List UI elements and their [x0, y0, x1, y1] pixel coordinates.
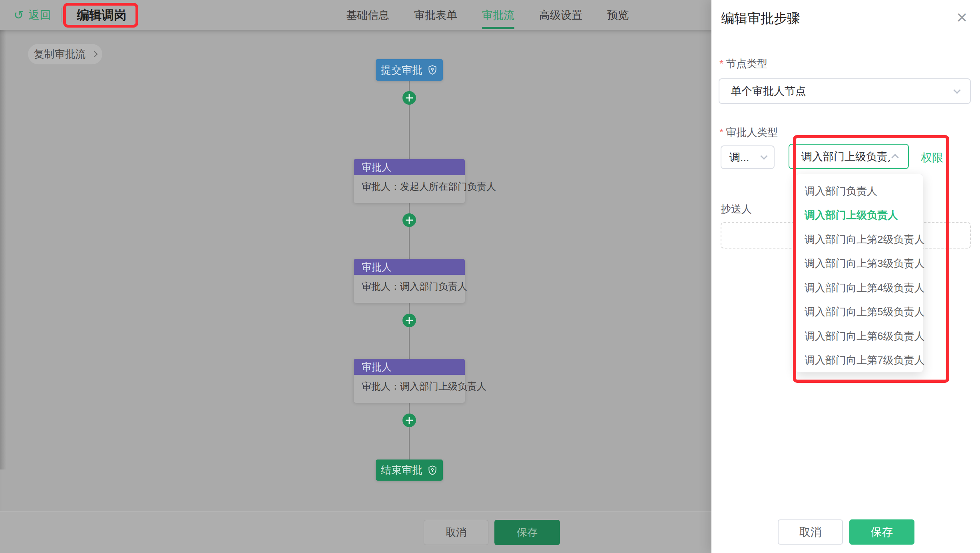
drawer-divider	[711, 41, 980, 41]
node-type-value: 单个审批人节点	[731, 84, 806, 98]
shield-lock-icon	[427, 65, 438, 75]
end-node[interactable]: 结束审批	[376, 460, 443, 481]
approver-type-value: 调入部门上级负责人	[801, 149, 890, 164]
node-type-label: *节点类型	[719, 57, 767, 71]
edit-step-drawer: 编辑审批步骤 × *节点类型 单个审批人节点 *审批人类型 调... 调入部门上…	[711, 0, 980, 553]
back-label: 返回	[28, 8, 51, 23]
approver-node-2[interactable]: 审批人 审批人：调入部门负责人	[354, 259, 465, 303]
header-divider	[61, 8, 62, 22]
approver-node-title: 审批人	[354, 259, 465, 275]
chevron-up-icon	[891, 154, 898, 161]
canvas-save-button[interactable]: 保存	[494, 520, 560, 545]
tab-basic-info[interactable]: 基础信息	[346, 0, 389, 30]
chevron-right-icon	[91, 51, 98, 58]
approver-node-3[interactable]: 审批人 审批人：调入部门上级负责人	[354, 359, 465, 403]
dropdown-option-selected[interactable]: 调入部门上级负责人	[796, 203, 923, 228]
node-type-select[interactable]: 单个审批人节点	[719, 78, 971, 104]
dropdown-option[interactable]: 调入部门向上第7级负责人	[796, 348, 923, 373]
add-node-button[interactable]	[402, 314, 416, 327]
end-node-label: 结束审批	[381, 463, 422, 477]
tab-bar: 基础信息 审批表单 审批流 高级设置 预览	[346, 0, 629, 30]
start-node[interactable]: 提交审批	[376, 59, 443, 81]
drawer-cancel-button[interactable]: 取消	[778, 519, 843, 545]
approver-node-description: 审批人：调入部门负责人	[354, 275, 465, 303]
tab-preview[interactable]: 预览	[607, 0, 629, 30]
approver-node-1[interactable]: 审批人 审批人：发起人所在部门负责人	[354, 159, 465, 203]
required-asterisk: *	[719, 58, 723, 70]
app-root: ↺ 返回 编辑调岗 基础信息 审批表单 审批流 高级设置 预览 复制审批流 提交…	[0, 0, 980, 553]
close-icon[interactable]: ×	[956, 8, 967, 26]
dropdown-option[interactable]: 调入部门向上第5级负责人	[796, 300, 923, 324]
approver-category-value: 调...	[729, 150, 749, 165]
shield-lock-icon	[427, 465, 438, 475]
dropdown-option[interactable]: 调入部门向上第2级负责人	[796, 227, 923, 252]
dropdown-option[interactable]: 调入部门向上第4级负责人	[796, 276, 923, 300]
approver-node-description: 审批人：发起人所在部门负责人	[354, 175, 465, 203]
flow-canvas: 复制审批流 提交审批 审批人 审批人：发起人所在部门负责人 审批人 审批人：调入…	[0, 30, 711, 553]
tab-approval-form[interactable]: 审批表单	[414, 0, 457, 30]
copy-flow-label: 复制审批流	[34, 47, 86, 61]
dropdown-option[interactable]: 调入部门向上第6级负责人	[796, 324, 923, 348]
approver-category-select[interactable]: 调...	[721, 145, 775, 169]
required-asterisk: *	[719, 126, 723, 138]
approver-node-description: 审批人：调入部门上级负责人	[354, 375, 465, 403]
permission-link[interactable]: 权限	[921, 150, 943, 165]
approver-node-title: 审批人	[354, 359, 465, 375]
add-node-button[interactable]	[402, 414, 416, 427]
chevron-down-icon	[953, 86, 960, 93]
page-title: 编辑调岗	[77, 0, 126, 30]
approver-node-title: 审批人	[354, 159, 465, 175]
canvas-footer: 取消 保存	[0, 511, 711, 553]
left-edge-shadow	[0, 30, 6, 469]
chevron-down-icon	[760, 152, 767, 159]
drawer-save-button[interactable]: 保存	[849, 519, 914, 545]
dropdown-option[interactable]: 调入部门负责人	[796, 179, 923, 203]
approver-type-label: *审批人类型	[719, 125, 778, 139]
tab-advanced-settings[interactable]: 高级设置	[539, 0, 582, 30]
drawer-title: 编辑审批步骤	[721, 10, 800, 28]
start-node-label: 提交审批	[381, 63, 422, 77]
approver-type-select[interactable]: 调入部门上级负责人	[789, 144, 909, 169]
add-node-button[interactable]	[402, 91, 416, 105]
drawer-footer-divider	[711, 512, 980, 512]
back-button[interactable]: ↺ 返回	[14, 0, 51, 30]
copy-flow-button[interactable]: 复制审批流	[28, 44, 102, 64]
cc-label: 抄送人	[721, 202, 752, 216]
tab-approval-flow[interactable]: 审批流	[482, 0, 514, 30]
add-node-button[interactable]	[402, 213, 416, 227]
approver-type-dropdown: 调入部门负责人 调入部门上级负责人 调入部门向上第2级负责人 调入部门向上第3级…	[795, 174, 923, 372]
back-arrow-icon: ↺	[14, 9, 24, 21]
canvas-cancel-button[interactable]: 取消	[424, 520, 488, 545]
dropdown-option[interactable]: 调入部门向上第3级负责人	[796, 252, 923, 276]
